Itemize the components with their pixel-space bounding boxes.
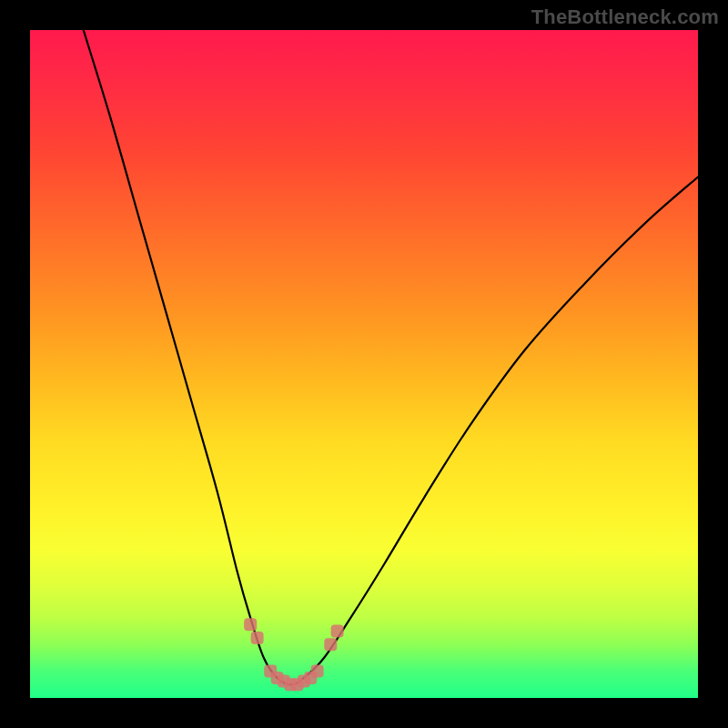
marker xyxy=(331,625,344,638)
chart-frame: TheBottleneck.com xyxy=(0,0,728,728)
marker xyxy=(251,632,264,644)
marker xyxy=(324,638,337,651)
marker xyxy=(244,618,257,631)
marker xyxy=(311,665,324,678)
plot-area xyxy=(30,30,698,698)
curve-layer xyxy=(30,30,698,698)
bottleneck-curve xyxy=(84,30,698,684)
optimal-zone-markers xyxy=(244,618,343,691)
watermark-text: TheBottleneck.com xyxy=(531,5,719,29)
